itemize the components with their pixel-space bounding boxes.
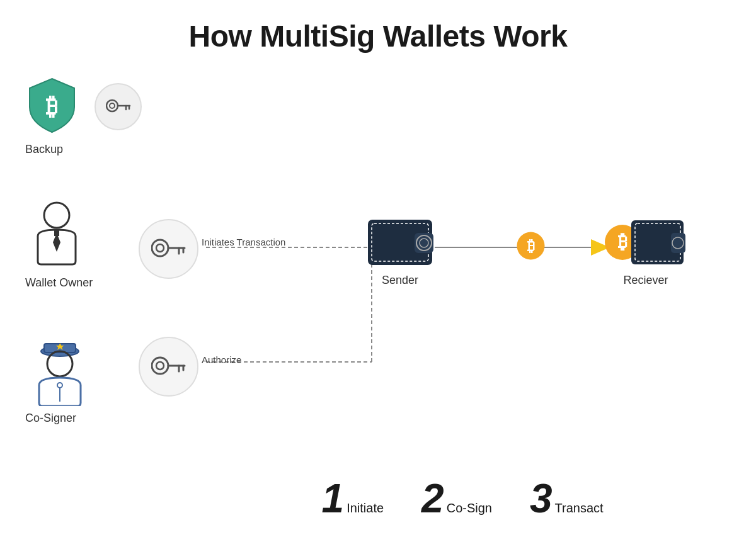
svg-point-27 [152, 358, 168, 374]
receiver-wallet-icon: ₿ [605, 214, 687, 271]
bitcoin-shield-icon: ₿ [25, 76, 79, 138]
cosigner-label: Co-Signer [25, 412, 94, 425]
sender-label: Sender [382, 274, 418, 287]
cosigner-icon [25, 334, 94, 406]
receiver-label: Reciever [623, 274, 668, 287]
page-title: How MultiSig Wallets Work [0, 0, 756, 54]
svg-point-23 [156, 244, 164, 252]
backup-label: Backup [25, 143, 142, 156]
wallet-owner-key-icon [139, 219, 198, 279]
wallet-owner-icon [25, 201, 88, 271]
initiates-transaction-label: Initiates Transaction [202, 237, 285, 247]
authorize-label: Authorize [202, 354, 241, 365]
step-3-number: 3 [530, 478, 553, 519]
svg-rect-15 [54, 230, 59, 236]
page-container: How MultiSig Wallets Work ₿ [0, 0, 756, 547]
steps-row: 1 Initiate 2 Co-Sign 3 Transact [322, 478, 604, 519]
step-3-label: Transact [555, 501, 604, 516]
step-2-number: 2 [421, 478, 444, 519]
step-2-label: Co-Sign [447, 501, 492, 516]
step-3: 3 Transact [530, 478, 604, 519]
bitcoin-transfer-icon: ₿ [517, 232, 545, 262]
step-1-number: 1 [322, 478, 345, 519]
svg-point-28 [156, 362, 164, 369]
backup-section: ₿ Backup [25, 76, 142, 156]
receiver-section: ₿ Reciever [605, 214, 687, 287]
sender-section: Sender [365, 214, 435, 287]
svg-text:₿: ₿ [46, 93, 58, 120]
step-1: 1 Initiate [322, 478, 384, 519]
wallet-owner-label: Wallet Owner [25, 276, 93, 290]
svg-point-44 [672, 237, 684, 249]
svg-text:₿: ₿ [618, 231, 627, 252]
cosigner-key-section: Authorize [139, 337, 198, 397]
cosigner-section: Co-Signer [25, 334, 94, 425]
svg-point-9 [110, 103, 115, 108]
wallet-owner-section: Wallet Owner [25, 201, 93, 290]
backup-key-icon [94, 83, 142, 130]
step-1-label: Initiate [346, 501, 384, 516]
svg-point-20 [57, 383, 62, 388]
cosigner-key-icon [139, 337, 198, 397]
wallet-owner-key-section: Initiates Transaction [139, 219, 198, 279]
svg-point-8 [106, 100, 118, 111]
svg-point-22 [152, 240, 168, 256]
svg-point-35 [416, 235, 432, 251]
svg-text:₿: ₿ [527, 237, 535, 254]
sender-wallet-icon [365, 214, 435, 271]
svg-point-13 [44, 203, 69, 228]
step-2: 2 Co-Sign [421, 478, 492, 519]
